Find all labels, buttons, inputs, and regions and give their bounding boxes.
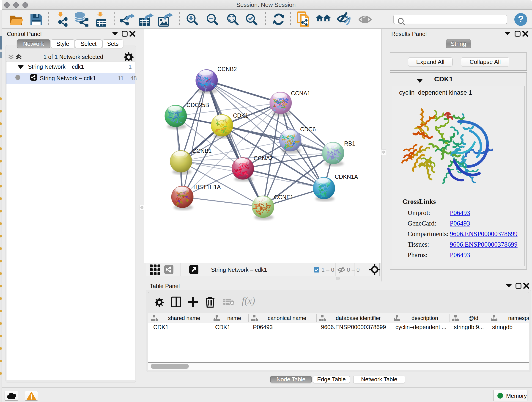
svg-text:CCNA1: CCNA1 — [291, 90, 310, 96]
svg-text:HIST1H1A: HIST1H1A — [193, 184, 221, 190]
svg-text:CCNB1: CCNB1 — [192, 148, 212, 154]
svg-text:CDK1: CDK1 — [233, 112, 248, 119]
svg-text:RB1: RB1 — [344, 140, 355, 147]
svg-text:CCNB2: CCNB2 — [217, 66, 237, 72]
svg-text:CCNE1: CCNE1 — [274, 194, 293, 200]
svg-text:CCNA2: CCNA2 — [254, 155, 273, 161]
svg-text:CDKN1A: CDKN1A — [335, 173, 358, 180]
svg-text:?: ? — [518, 14, 524, 24]
svg-text:CDC25B: CDC25B — [186, 102, 209, 108]
svg-text:CDC6: CDC6 — [300, 126, 316, 133]
